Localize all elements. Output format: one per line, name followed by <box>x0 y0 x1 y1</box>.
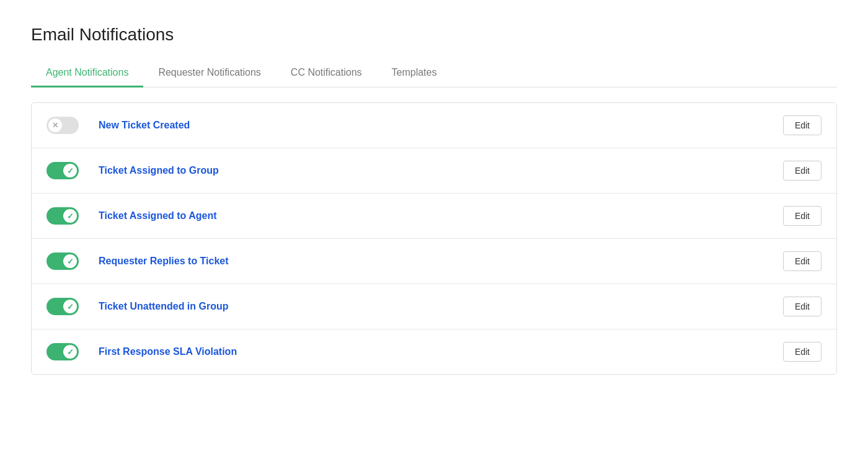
toggle-knob-2: ✓ <box>63 164 77 177</box>
tab-cc[interactable]: CC Notifications <box>276 60 377 87</box>
notification-row: ✕New Ticket CreatedEdit <box>32 103 836 148</box>
edit-button-6[interactable]: Edit <box>783 342 822 362</box>
tab-templates[interactable]: Templates <box>377 60 452 87</box>
toggle-3[interactable]: ✓ <box>46 207 79 225</box>
notification-row: ✓Ticket Unattended in GroupEdit <box>32 284 836 329</box>
toggle-knob-3: ✓ <box>63 209 77 223</box>
check-icon: ✓ <box>67 166 74 176</box>
toggle-knob-4: ✓ <box>63 254 77 268</box>
toggle-1[interactable]: ✕ <box>46 117 79 134</box>
page-container: Email Notifications Agent NotificationsR… <box>0 0 868 375</box>
check-icon: ✓ <box>67 212 74 221</box>
notifications-card: ✕New Ticket CreatedEdit✓Ticket Assigned … <box>31 102 837 375</box>
edit-button-1[interactable]: Edit <box>783 115 822 135</box>
edit-button-4[interactable]: Edit <box>783 251 822 271</box>
notification-label-5[interactable]: Ticket Unattended in Group <box>99 301 783 312</box>
toggle-switch-5[interactable]: ✓ <box>46 298 79 315</box>
edit-button-2[interactable]: Edit <box>783 161 822 181</box>
toggle-knob-1: ✕ <box>48 118 62 132</box>
edit-button-5[interactable]: Edit <box>783 297 822 316</box>
notification-row: ✓Ticket Assigned to GroupEdit <box>32 148 836 194</box>
page-title: Email Notifications <box>31 25 837 45</box>
toggle-knob-6: ✓ <box>63 345 77 359</box>
toggle-switch-1[interactable]: ✕ <box>46 117 79 134</box>
check-icon: ✓ <box>67 257 74 266</box>
notification-row: ✓Requester Replies to TicketEdit <box>32 239 836 284</box>
notification-row: ✓First Response SLA ViolationEdit <box>32 329 836 374</box>
toggle-switch-3[interactable]: ✓ <box>46 207 79 225</box>
tab-requester[interactable]: Requester Notifications <box>143 60 275 87</box>
notification-label-3[interactable]: Ticket Assigned to Agent <box>99 210 783 221</box>
tabs-container: Agent NotificationsRequester Notificatio… <box>31 60 837 87</box>
toggle-switch-4[interactable]: ✓ <box>46 253 79 270</box>
notification-label-1[interactable]: New Ticket Created <box>99 120 783 131</box>
edit-button-3[interactable]: Edit <box>783 206 822 226</box>
notification-label-4[interactable]: Requester Replies to Ticket <box>99 256 783 267</box>
toggle-switch-6[interactable]: ✓ <box>46 343 79 360</box>
notification-label-6[interactable]: First Response SLA Violation <box>99 346 783 357</box>
notification-row: ✓Ticket Assigned to AgentEdit <box>32 194 836 239</box>
toggle-4[interactable]: ✓ <box>46 253 79 270</box>
toggle-knob-5: ✓ <box>63 300 77 313</box>
toggle-switch-2[interactable]: ✓ <box>46 162 79 179</box>
toggle-5[interactable]: ✓ <box>46 298 79 315</box>
check-icon: ✓ <box>67 347 74 357</box>
tab-agent[interactable]: Agent Notifications <box>31 60 143 87</box>
check-icon: ✓ <box>67 302 74 311</box>
notification-label-2[interactable]: Ticket Assigned to Group <box>99 165 783 176</box>
x-icon: ✕ <box>52 121 58 130</box>
toggle-6[interactable]: ✓ <box>46 343 79 360</box>
toggle-2[interactable]: ✓ <box>46 162 79 179</box>
